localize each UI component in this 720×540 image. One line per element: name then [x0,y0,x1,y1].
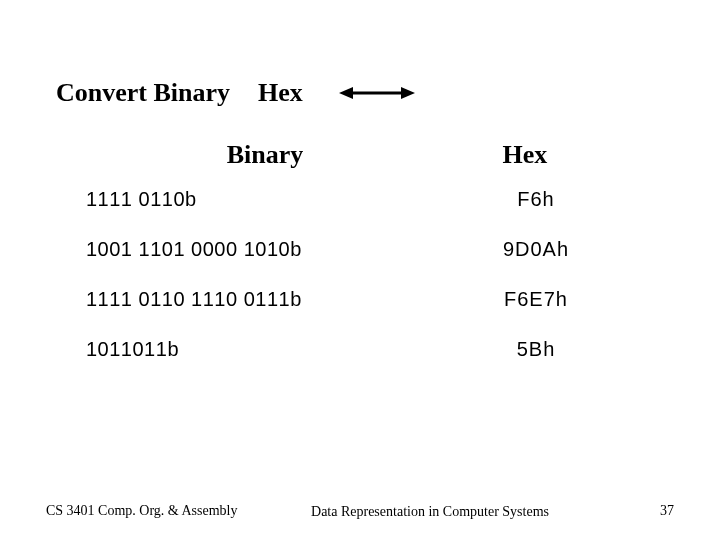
hex-cell: F6h [446,188,626,211]
hex-cell: F6E7h [446,288,626,311]
slide-title: Convert Binary Hex [56,78,415,108]
conversion-table: 1111 0110b F6h 1001 1101 0000 1010b 9D0A… [86,188,626,388]
svg-marker-1 [339,87,353,99]
footer-page-number: 37 [620,503,720,519]
title-right: Hex [258,78,303,108]
header-binary: Binary [100,140,430,170]
binary-cell: 1001 1101 0000 1010b [86,238,446,261]
footer-topic: Data Representation in Computer Systems [240,503,620,521]
table-row: 1011011b 5Bh [86,338,626,361]
hex-cell: 5Bh [446,338,626,361]
header-hex: Hex [430,140,620,170]
binary-cell: 1011011b [86,338,446,361]
binary-cell: 1111 0110 1110 0111b [86,288,446,311]
slide-footer: CS 3401 Comp. Org. & Assembly Data Repre… [0,503,720,521]
binary-cell: 1111 0110b [86,188,446,211]
table-row: 1111 0110b F6h [86,188,626,211]
double-arrow-icon [339,85,415,101]
hex-cell: 9D0Ah [446,238,626,261]
svg-marker-2 [401,87,415,99]
table-row: 1001 1101 0000 1010b 9D0Ah [86,238,626,261]
title-left: Convert Binary [56,78,230,108]
column-headers: Binary Hex [100,140,620,170]
footer-course: CS 3401 Comp. Org. & Assembly [0,503,240,519]
table-row: 1111 0110 1110 0111b F6E7h [86,288,626,311]
slide: Convert Binary Hex Binary Hex 1111 0110b… [0,0,720,540]
